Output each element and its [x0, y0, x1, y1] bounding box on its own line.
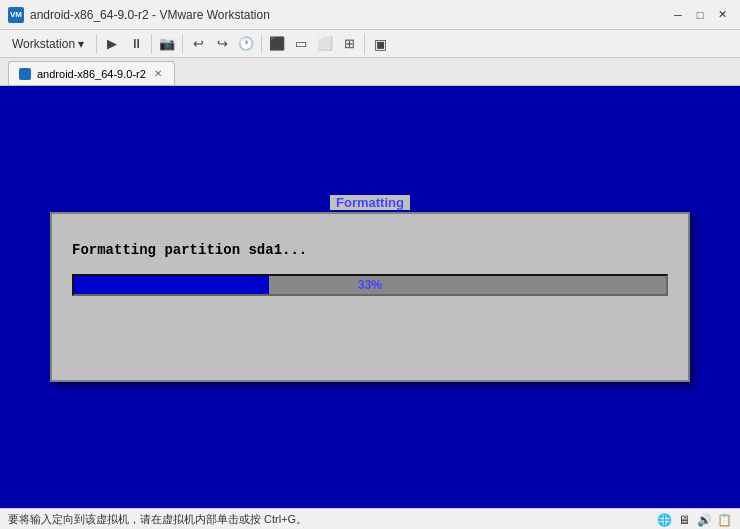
- display-status-icon[interactable]: 🖥: [676, 512, 692, 528]
- toolbar-separator-5: [364, 34, 365, 54]
- app-icon: VM: [8, 7, 24, 23]
- network-status-icon[interactable]: 🌐: [656, 512, 672, 528]
- toolbar-separator-2: [151, 34, 152, 54]
- vm-tab[interactable]: android-x86_64-9.0-r2 ✕: [8, 61, 175, 85]
- toolbar-separator-3: [182, 34, 183, 54]
- close-button[interactable]: ✕: [712, 6, 732, 24]
- vm-screen[interactable]: Formatting Formatting partition sda1... …: [0, 86, 740, 508]
- toolbar-history-button[interactable]: 🕐: [235, 33, 257, 55]
- toolbar-redo-button[interactable]: ↪: [211, 33, 233, 55]
- title-bar: VM android-x86_64-9.0-r2 - VMware Workst…: [0, 0, 740, 30]
- tab-close-button[interactable]: ✕: [152, 67, 164, 80]
- toolbar-console-button[interactable]: ▣: [369, 33, 391, 55]
- dialog-message: Formatting partition sda1...: [72, 242, 668, 258]
- toolbar-pause-button[interactable]: ⏸: [125, 33, 147, 55]
- toolbar-unity-button[interactable]: ⬜: [314, 33, 336, 55]
- progress-bar-container: 33%: [72, 274, 668, 296]
- status-bar: 要将输入定向到该虚拟机，请在虚拟机内部单击或按 Ctrl+G。 🌐 🖥 🔊 📋: [0, 508, 740, 529]
- status-text: 要将输入定向到该虚拟机，请在虚拟机内部单击或按 Ctrl+G。: [8, 512, 307, 527]
- toolbar-separator-1: [96, 34, 97, 54]
- tab-icon: [19, 68, 31, 80]
- tab-bar: android-x86_64-9.0-r2 ✕: [0, 58, 740, 86]
- audio-status-icon[interactable]: 🔊: [696, 512, 712, 528]
- title-text: android-x86_64-9.0-r2 - VMware Workstati…: [30, 8, 270, 22]
- menu-bar: Workstation ▾ ▶ ⏸ 📷 ↩ ↪ 🕐 ⬛ ▭ ⬜ ⊞ ▣: [0, 30, 740, 58]
- status-icons: 🌐 🖥 🔊 📋: [656, 512, 732, 528]
- toolbar-revert-button[interactable]: ↩: [187, 33, 209, 55]
- toolbar-fit-button[interactable]: ▭: [290, 33, 312, 55]
- dialog-title-bar: Formatting: [52, 195, 688, 210]
- progress-label: 33%: [74, 278, 666, 292]
- tab-label: android-x86_64-9.0-r2: [37, 68, 146, 80]
- workstation-menu[interactable]: Workstation ▾: [4, 34, 92, 54]
- toolbar-stretch-button[interactable]: ⊞: [338, 33, 360, 55]
- clipboard-status-icon[interactable]: 📋: [716, 512, 732, 528]
- dialog-title-text: Formatting: [330, 195, 410, 210]
- formatting-dialog: Formatting Formatting partition sda1... …: [50, 212, 690, 382]
- minimize-button[interactable]: ─: [668, 6, 688, 24]
- toolbar-snapshot-button[interactable]: 📷: [156, 33, 178, 55]
- title-bar-left: VM android-x86_64-9.0-r2 - VMware Workst…: [8, 7, 270, 23]
- title-controls: ─ □ ✕: [668, 6, 732, 24]
- maximize-button[interactable]: □: [690, 6, 710, 24]
- toolbar-power-button[interactable]: ▶: [101, 33, 123, 55]
- dialog-body: Formatting partition sda1... 33%: [52, 222, 688, 311]
- toolbar-separator-4: [261, 34, 262, 54]
- toolbar-fullscreen-button[interactable]: ⬛: [266, 33, 288, 55]
